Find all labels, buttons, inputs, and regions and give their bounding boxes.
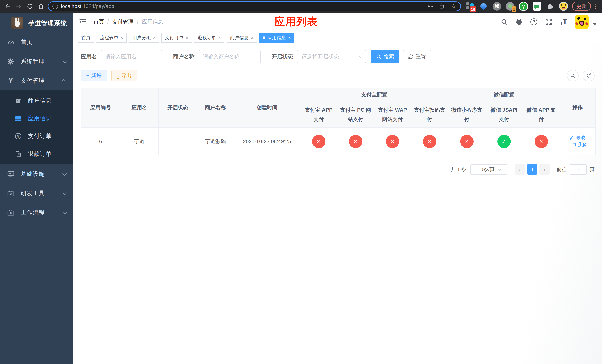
close-icon[interactable]: × [153, 36, 156, 40]
breadcrumb-home[interactable]: 首页 [93, 18, 104, 26]
wx-app-status-icon: × [535, 135, 548, 148]
github-icon[interactable] [516, 18, 523, 25]
page-suffix-label: 页 [590, 166, 595, 173]
page-size-select[interactable]: 10条/页 [470, 164, 507, 175]
extension-profile-icon[interactable]: 1 [505, 1, 515, 11]
delete-link[interactable]: 删除 [572, 141, 588, 148]
col-header-status: 开启状态 [159, 88, 197, 128]
browser-profile-avatar[interactable] [559, 1, 568, 11]
briefcase-icon [7, 208, 15, 217]
reset-button[interactable]: 重置 [403, 50, 431, 63]
breadcrumb: 首页 / 支付管理 / 应用信息 [93, 18, 163, 26]
search-button[interactable]: 搜索 [371, 50, 399, 63]
extension-command-icon[interactable]: ⌘ [492, 1, 502, 11]
merchant-name-input[interactable] [199, 50, 261, 63]
app-logo[interactable]: 芋道管理系统 [0, 13, 73, 30]
table-toolbar: +新增 ↓导出 [81, 70, 595, 81]
sidebar-item-payment[interactable]: ¥ 支付管理 [0, 71, 73, 90]
chevron-down-icon [62, 58, 67, 63]
goto-page-input[interactable] [570, 164, 587, 175]
tab-process-form[interactable]: 流程表单× [96, 33, 127, 43]
refresh-button[interactable] [583, 70, 595, 81]
tab-refund-order[interactable]: 退款订单× [194, 33, 224, 43]
page-number-1[interactable]: 1 [527, 164, 538, 175]
sidebar-item-infrastructure[interactable]: 基础设施 [0, 164, 73, 184]
extension-blocks-icon[interactable]: 10 [465, 1, 475, 11]
sidebar-item-home[interactable]: 首页 [0, 32, 73, 52]
extensions-puzzle-icon[interactable] [545, 1, 555, 11]
sidebar-item-merchant-info[interactable]: 商户信息 [0, 92, 73, 110]
sidebar-item-refund-order[interactable]: 退款订单 [0, 145, 73, 163]
browser-menu-icon[interactable] [592, 1, 599, 11]
avatar-dropdown-caret-icon[interactable] [593, 23, 596, 25]
browser-home-icon[interactable] [36, 1, 46, 11]
prev-page-button[interactable]: ‹ [515, 164, 525, 175]
sidebar-item-pay-order[interactable]: ¥ 支付订单 [0, 127, 73, 145]
address-bar[interactable]: i localhost:1024/pay/app ☆ [48, 1, 461, 11]
chevron-up-icon [61, 79, 66, 84]
status-select[interactable]: 请选择开启状态 [297, 50, 366, 63]
chevron-down-icon [498, 167, 501, 171]
extension-y-icon[interactable]: y [519, 1, 528, 11]
group-header-wechat: 微信配置 [448, 88, 560, 102]
tab-user-group[interactable]: 用户分组× [129, 33, 159, 43]
tag-views-bar: 首页 流程表单× 用户分组× 支付订单× 退款订单× 商户信息× 应用信息× [73, 31, 602, 44]
close-icon[interactable]: × [251, 36, 253, 40]
browser-reload-icon[interactable] [25, 1, 35, 11]
bookmark-star-icon[interactable]: ☆ [450, 3, 456, 10]
tab-home[interactable]: 首页 [78, 33, 94, 43]
close-icon[interactable]: × [288, 36, 291, 40]
chevron-down-icon [62, 190, 67, 195]
next-page-button[interactable]: › [539, 164, 550, 175]
browser-forward-icon[interactable] [14, 1, 24, 11]
col-header-alipay-wap: 支付宝 WAP 网站支付 [374, 102, 411, 128]
col-header-wx-app: 微信 APP 支付 [523, 102, 560, 128]
cell-app-name: 芋道 [120, 128, 159, 155]
close-icon[interactable]: × [186, 36, 188, 40]
sidebar-item-system[interactable]: 系统管理 [0, 52, 73, 71]
close-icon[interactable]: × [120, 36, 123, 40]
sidebar-item-label: 支付订单 [28, 132, 52, 140]
sidebar-item-dev-tools[interactable]: 研发工具 [0, 184, 73, 203]
alipay-wap-status-icon: × [386, 135, 399, 148]
browser-update-button[interactable]: 更新 [572, 2, 591, 11]
document-icon [14, 150, 22, 158]
browser-back-icon[interactable] [3, 1, 13, 11]
toggle-search-button[interactable] [567, 70, 579, 81]
sidebar-item-label: 退款订单 [28, 150, 52, 158]
site-info-icon[interactable]: i [52, 3, 58, 9]
password-key-icon[interactable] [428, 3, 433, 10]
header-search-icon[interactable] [501, 18, 508, 25]
col-header-wx-jsapi: 微信 JSAPI 支付 [485, 102, 523, 128]
app-title: 芋道管理系统 [28, 19, 67, 28]
export-button[interactable]: ↓导出 [111, 70, 137, 81]
app-name-label: 应用名 [81, 53, 97, 60]
sidebar-item-workflow[interactable]: 工作流程 [0, 203, 73, 222]
sidebar-collapse-icon[interactable] [79, 18, 87, 26]
col-header-alipay-app: 支付宝 APP 支付 [300, 102, 337, 128]
edit-link[interactable]: 修改 [570, 134, 586, 141]
extension-kite-icon[interactable] [479, 1, 488, 11]
tab-merchant-info[interactable]: 商户信息× [226, 33, 257, 43]
user-avatar[interactable] [575, 15, 589, 29]
close-icon[interactable]: × [218, 36, 221, 40]
briefcase-icon [7, 189, 15, 197]
cell-created: 2021-10-23 08:49:25 [234, 128, 300, 155]
fullscreen-icon[interactable] [545, 18, 552, 25]
font-size-icon[interactable]: TT [560, 18, 567, 26]
sidebar-item-app-info[interactable]: 应用信息 [0, 110, 73, 127]
breadcrumb-payment[interactable]: 支付管理 [112, 18, 134, 26]
tab-app-info[interactable]: 应用信息× [259, 33, 294, 43]
cell-app-id: 6 [81, 128, 120, 155]
app-name-input[interactable] [101, 50, 162, 63]
monitor-icon [7, 170, 15, 178]
share-icon[interactable] [439, 3, 445, 10]
extension-chat-icon[interactable] [532, 1, 542, 11]
add-button[interactable]: +新增 [81, 70, 107, 81]
status-label: 开启状态 [272, 53, 293, 60]
tab-pay-order[interactable]: 支付订单× [161, 33, 192, 43]
yen-icon: ¥ [7, 77, 15, 85]
help-icon[interactable]: ? [530, 18, 538, 25]
col-header-created: 创建时间 [234, 88, 300, 128]
browser-toolbar: i localhost:1024/pay/app ☆ 10 ⌘ 1 y [0, 0, 602, 13]
